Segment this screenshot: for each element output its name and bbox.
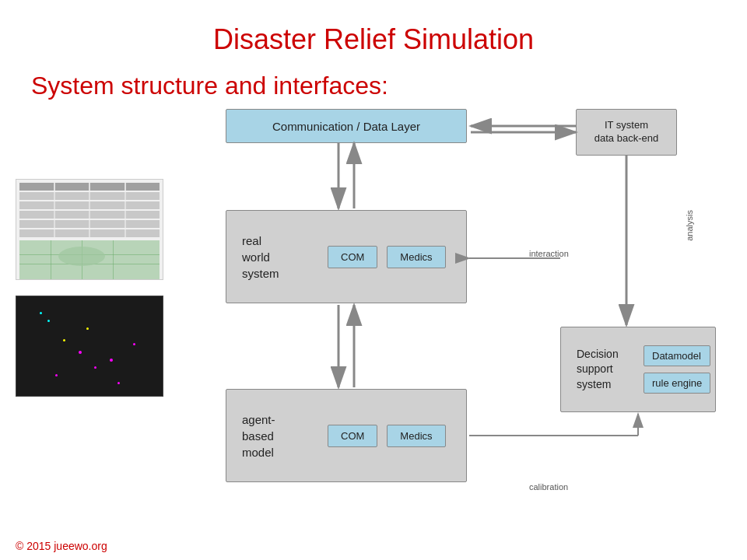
diagram-area: Communication / Data Layer IT system dat… (47, 109, 731, 544)
real-world-box: real world system COM Medics (226, 210, 467, 303)
copyright: © 2015 jueewo.org (16, 540, 107, 552)
agent-medics-badge: Medics (387, 425, 445, 447)
interaction-label: interaction (529, 249, 569, 258)
section-title: System structure and interfaces: (0, 64, 747, 116)
rule-engine-badge: rule engine (644, 373, 710, 394)
real-world-com-badge: COM (328, 246, 377, 268)
agent-com-badge: COM (328, 425, 377, 447)
decision-support-label: Decision support system (561, 347, 639, 393)
datamodel-badge: Datamodel (644, 345, 710, 366)
calibration-label: calibration (529, 482, 568, 492)
real-world-medics-badge: Medics (387, 246, 445, 268)
main-title: Disaster Relief Simulation (0, 0, 747, 64)
decision-support-box: Decision support system Datamodel rule e… (560, 327, 716, 412)
comm-layer-box: Communication / Data Layer (226, 109, 467, 143)
agent-model-label: agent- based model (226, 411, 320, 460)
analysis-label: analysis (685, 210, 694, 241)
it-system-box: IT system data back-end (576, 109, 677, 156)
real-world-label: real world system (226, 233, 320, 282)
agent-model-box: agent- based model COM Medics (226, 389, 467, 482)
it-system-label: IT system data back-end (594, 119, 658, 145)
comm-layer-label: Communication / Data Layer (272, 120, 420, 133)
